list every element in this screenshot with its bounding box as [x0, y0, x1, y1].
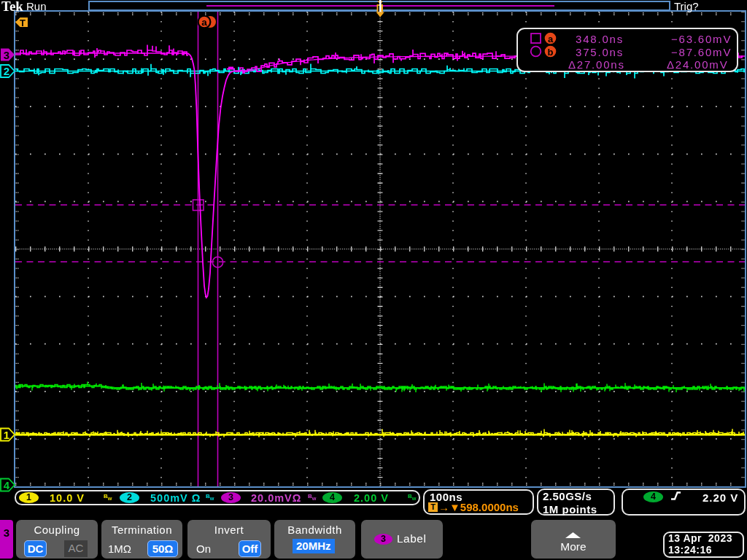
svg-text:1: 1 — [4, 429, 9, 441]
svg-text:b: b — [548, 47, 554, 58]
svg-text:2: 2 — [4, 65, 9, 77]
svg-text:T: T — [20, 18, 26, 28]
svg-text:4: 4 — [4, 479, 10, 491]
svg-text:3: 3 — [4, 49, 9, 61]
svg-text:a: a — [548, 34, 554, 44]
svg-text:a: a — [201, 17, 207, 28]
